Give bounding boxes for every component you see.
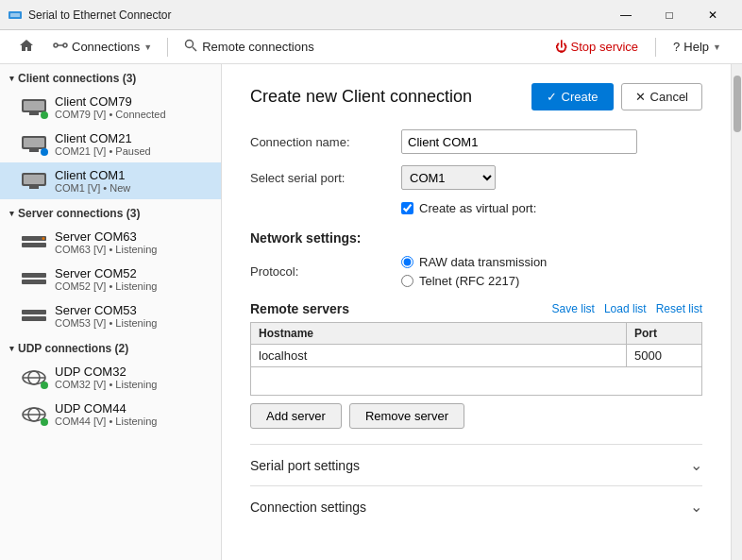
svg-rect-21 — [22, 310, 46, 314]
connections-button[interactable]: Connections ▼ — [45, 34, 160, 59]
connection-settings-section[interactable]: Connection settings ⌄ — [250, 485, 702, 527]
create-button[interactable]: ✓ Create — [531, 83, 614, 110]
svg-rect-19 — [22, 273, 46, 278]
load-list-link[interactable]: Load list — [604, 302, 647, 315]
sidebar-item-udp-com44[interactable]: UDP COM44 COM44 [V] • Listening — [0, 396, 221, 433]
virtual-port-checkbox[interactable] — [401, 202, 413, 214]
connection-settings-chevron-icon: ⌄ — [690, 498, 702, 516]
cancel-button[interactable]: ✕ Cancel — [621, 83, 702, 110]
scrollbar-thumb[interactable] — [734, 76, 741, 132]
toolbar: Connections ▼ Remote connections ⏻ Stop … — [0, 30, 742, 64]
server-empty-row — [251, 367, 702, 396]
connection-name-label: Connection name: — [250, 135, 401, 149]
udp-connections-header[interactable]: ▾ UDP connections (2) — [0, 334, 221, 359]
toolbar-separator — [167, 38, 168, 57]
connection-name-input[interactable] — [401, 129, 637, 154]
server-connections-header[interactable]: ▾ Server connections (3) — [0, 199, 221, 224]
server-com63-sub: COM63 [V] • Listening — [55, 244, 157, 255]
client-com21-sub: COM21 [V] • Paused — [55, 145, 151, 157]
client-section-chevron-icon: ▾ — [9, 74, 14, 83]
stop-icon: ⏻ — [555, 40, 567, 54]
stop-service-label: Stop service — [571, 40, 639, 54]
connections-chevron-icon: ▼ — [143, 42, 152, 52]
save-list-link[interactable]: Save list — [552, 302, 595, 315]
virtual-port-label: Create as virtual port: — [419, 201, 536, 215]
add-server-button[interactable]: Add server — [250, 403, 342, 429]
sidebar-item-client-com79[interactable]: Client COM79 COM79 [V] • Connected — [0, 89, 221, 126]
connection-name-row: Connection name: — [250, 129, 702, 154]
udp-com44-icon — [21, 404, 47, 425]
reset-list-link[interactable]: Reset list — [656, 302, 702, 315]
protocol-options: RAW data transmission Telnet (RFC 2217) — [401, 255, 702, 288]
client-com21-icon — [21, 134, 47, 155]
server-hostname-cell: localhost — [251, 345, 627, 367]
raw-protocol-radio[interactable] — [401, 256, 413, 268]
toolbar-right: ⏻ Stop service ? Help ▼ — [546, 36, 731, 58]
titlebar: Serial to Ethernet Connector — □ ✕ — [0, 0, 742, 30]
sidebar-item-client-com21[interactable]: Client COM21 COM21 [V] • Paused — [0, 126, 221, 162]
server-com52-name: Server COM52 — [55, 266, 157, 280]
panel-action-buttons: ✓ Create ✕ Cancel — [531, 83, 703, 110]
server-com52-sub: COM52 [V] • Listening — [55, 280, 157, 292]
svg-rect-12 — [29, 149, 39, 152]
udp-section-chevron-icon: ▾ — [9, 344, 14, 353]
serial-port-settings-section[interactable]: Serial port settings ⌄ — [250, 444, 702, 485]
serial-port-settings-chevron-icon: ⌄ — [690, 456, 702, 474]
server-com52-text: Server COM52 COM52 [V] • Listening — [55, 266, 157, 292]
protocol-row: Protocol: RAW data transmission Telnet (… — [250, 255, 702, 288]
udp-com32-icon — [21, 367, 47, 388]
protocol-radio-group: RAW data transmission Telnet (RFC 2217) — [401, 255, 702, 288]
udp-com32-dot — [41, 382, 48, 389]
client-com1-name: Client COM1 — [55, 168, 130, 182]
protocol-label: Protocol: — [250, 264, 401, 279]
remote-connections-label: Remote connections — [202, 40, 314, 54]
minimize-button[interactable]: — — [604, 0, 648, 30]
svg-line-6 — [193, 47, 196, 51]
udp-com44-sub: COM44 [V] • Listening — [55, 416, 157, 427]
svg-point-18 — [42, 237, 45, 240]
sidebar-item-server-com52[interactable]: Server COM52 COM52 [V] • Listening — [0, 261, 221, 297]
serial-port-select[interactable]: COM1 COM2 COM3 — [401, 165, 496, 190]
svg-rect-8 — [24, 101, 44, 110]
svg-rect-20 — [22, 280, 46, 284]
telnet-protocol-radio[interactable] — [401, 275, 413, 287]
svg-rect-9 — [29, 112, 39, 115]
udp-com44-dot — [41, 418, 48, 426]
server-com53-text: Server COM53 COM53 [V] • Listening — [55, 303, 157, 329]
server-connections-label: Server connections (3) — [18, 207, 140, 220]
sidebar-item-client-com1[interactable]: Client COM1 COM1 [V] • New — [0, 162, 221, 199]
client-connections-header[interactable]: ▾ Client connections (3) — [0, 64, 221, 89]
server-com63-icon — [21, 232, 47, 253]
server-action-buttons: Add server Remove server — [250, 403, 702, 429]
client-com79-text: Client COM79 COM79 [V] • Connected — [55, 94, 166, 120]
remote-connections-button[interactable]: Remote connections — [176, 34, 322, 59]
server-com52-icon — [21, 269, 47, 290]
udp-com32-sub: COM32 [V] • Listening — [55, 379, 157, 390]
sidebar-item-udp-com32[interactable]: UDP COM32 COM32 [V] • Listening — [0, 359, 221, 396]
svg-rect-17 — [22, 243, 46, 247]
create-label: Create — [562, 90, 599, 104]
maximize-button[interactable]: □ — [648, 0, 691, 30]
sidebar-item-server-com63[interactable]: Server COM63 COM63 [V] • Listening — [0, 224, 221, 261]
sidebar: ▾ Client connections (3) Client COM79 CO… — [0, 64, 222, 560]
virtual-port-row: Create as virtual port: — [401, 201, 702, 215]
remove-server-button[interactable]: Remove server — [349, 403, 464, 429]
home-button[interactable] — [11, 34, 42, 59]
window-title: Serial to Ethernet Connector — [28, 8, 599, 22]
toolbar-separator-2 — [655, 38, 656, 57]
connections-icon — [53, 38, 68, 56]
svg-rect-1 — [10, 13, 20, 17]
stop-service-button[interactable]: ⏻ Stop service — [546, 36, 649, 58]
server-row-localhost[interactable]: localhost 5000 — [251, 345, 702, 367]
cancel-label: Cancel — [650, 90, 688, 104]
svg-rect-22 — [22, 316, 46, 321]
udp-com44-name: UDP COM44 — [55, 401, 157, 416]
server-com63-name: Server COM63 — [55, 229, 157, 244]
svg-point-5 — [186, 41, 194, 48]
close-button[interactable]: ✕ — [691, 0, 734, 30]
server-section-chevron-icon: ▾ — [9, 209, 14, 218]
sidebar-item-server-com53[interactable]: Server COM53 COM53 [V] • Listening — [0, 297, 221, 334]
help-button[interactable]: ? Help ▼ — [664, 36, 731, 58]
svg-point-2 — [54, 43, 58, 47]
help-icon: ? — [673, 40, 680, 54]
